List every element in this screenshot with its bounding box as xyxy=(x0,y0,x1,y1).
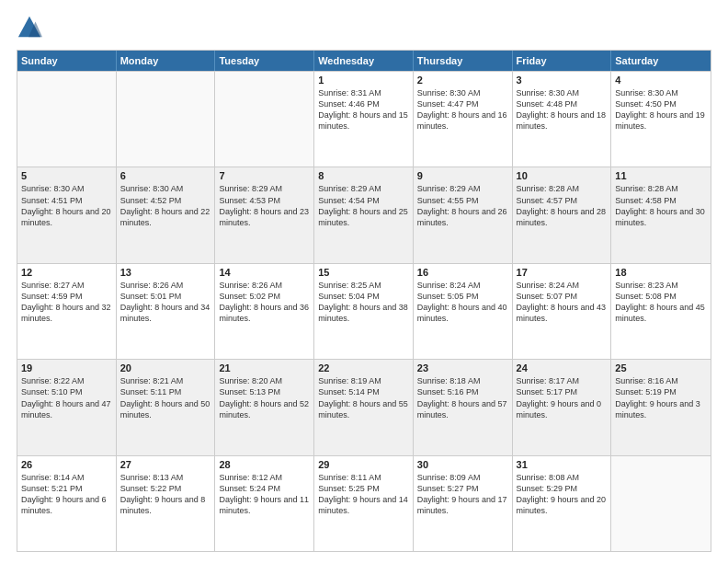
cell-info: Sunrise: 8:25 AM Sunset: 5:04 PM Dayligh… xyxy=(318,280,409,325)
header-day-thursday: Thursday xyxy=(414,51,513,71)
calendar-header: SundayMondayTuesdayWednesdayThursdayFrid… xyxy=(17,51,711,71)
calendar-cell: 22Sunrise: 8:19 AM Sunset: 5:14 PM Dayli… xyxy=(314,360,414,454)
calendar-cell: 3Sunrise: 8:30 AM Sunset: 4:48 PM Daylig… xyxy=(513,72,612,167)
day-number: 5 xyxy=(21,170,112,181)
calendar-cell: 10Sunrise: 8:28 AM Sunset: 4:57 PM Dayli… xyxy=(513,167,612,262)
calendar-cell xyxy=(611,456,711,551)
day-number: 30 xyxy=(417,459,508,470)
day-number: 19 xyxy=(21,362,112,373)
cell-info: Sunrise: 8:18 AM Sunset: 5:16 PM Dayligh… xyxy=(417,375,508,420)
day-number: 14 xyxy=(219,267,310,278)
calendar-week-2: 5Sunrise: 8:30 AM Sunset: 4:51 PM Daylig… xyxy=(17,167,711,262)
calendar-cell: 16Sunrise: 8:24 AM Sunset: 5:05 PM Dayli… xyxy=(414,264,513,359)
calendar-cell: 7Sunrise: 8:29 AM Sunset: 4:53 PM Daylig… xyxy=(215,167,314,262)
cell-info: Sunrise: 8:08 AM Sunset: 5:29 PM Dayligh… xyxy=(517,472,608,517)
day-number: 27 xyxy=(120,459,211,470)
day-number: 29 xyxy=(318,459,409,470)
cell-info: Sunrise: 8:30 AM Sunset: 4:51 PM Dayligh… xyxy=(21,183,112,228)
cell-info: Sunrise: 8:27 AM Sunset: 4:59 PM Dayligh… xyxy=(21,280,112,325)
day-number: 28 xyxy=(219,459,310,470)
cell-info: Sunrise: 8:21 AM Sunset: 5:11 PM Dayligh… xyxy=(120,375,211,420)
day-number: 12 xyxy=(21,267,112,278)
calendar: SundayMondayTuesdayWednesdayThursdayFrid… xyxy=(17,50,711,552)
day-number: 1 xyxy=(318,75,409,86)
cell-info: Sunrise: 8:29 AM Sunset: 4:53 PM Dayligh… xyxy=(219,183,310,228)
cell-info: Sunrise: 8:20 AM Sunset: 5:13 PM Dayligh… xyxy=(219,375,310,420)
calendar-cell: 2Sunrise: 8:30 AM Sunset: 4:47 PM Daylig… xyxy=(414,72,513,167)
day-number: 21 xyxy=(219,362,310,373)
cell-info: Sunrise: 8:29 AM Sunset: 4:54 PM Dayligh… xyxy=(318,183,409,228)
calendar-cell: 4Sunrise: 8:30 AM Sunset: 4:50 PM Daylig… xyxy=(611,72,711,167)
calendar-cell: 8Sunrise: 8:29 AM Sunset: 4:54 PM Daylig… xyxy=(314,167,414,262)
cell-info: Sunrise: 8:26 AM Sunset: 5:02 PM Dayligh… xyxy=(219,280,310,325)
calendar-cell: 27Sunrise: 8:13 AM Sunset: 5:22 PM Dayli… xyxy=(117,456,216,551)
calendar-cell: 18Sunrise: 8:23 AM Sunset: 5:08 PM Dayli… xyxy=(611,264,711,359)
calendar-cell: 13Sunrise: 8:26 AM Sunset: 5:01 PM Dayli… xyxy=(117,264,216,359)
cell-info: Sunrise: 8:26 AM Sunset: 5:01 PM Dayligh… xyxy=(120,280,211,325)
day-number: 7 xyxy=(219,170,310,181)
cell-info: Sunrise: 8:12 AM Sunset: 5:24 PM Dayligh… xyxy=(219,472,310,517)
day-number: 22 xyxy=(318,362,409,373)
day-number: 24 xyxy=(517,362,608,373)
header-day-sunday: Sunday xyxy=(17,51,117,71)
cell-info: Sunrise: 8:24 AM Sunset: 5:05 PM Dayligh… xyxy=(417,280,508,325)
cell-info: Sunrise: 8:19 AM Sunset: 5:14 PM Dayligh… xyxy=(318,375,409,420)
logo-icon xyxy=(17,15,42,40)
cell-info: Sunrise: 8:23 AM Sunset: 5:08 PM Dayligh… xyxy=(615,280,707,325)
header-day-friday: Friday xyxy=(513,51,612,71)
calendar-cell: 1Sunrise: 8:31 AM Sunset: 4:46 PM Daylig… xyxy=(314,72,414,167)
calendar-week-1: 1Sunrise: 8:31 AM Sunset: 4:46 PM Daylig… xyxy=(17,71,711,167)
calendar-cell: 12Sunrise: 8:27 AM Sunset: 4:59 PM Dayli… xyxy=(17,264,117,359)
day-number: 2 xyxy=(417,75,508,86)
calendar-body: 1Sunrise: 8:31 AM Sunset: 4:46 PM Daylig… xyxy=(17,71,711,551)
day-number: 13 xyxy=(120,267,211,278)
calendar-cell: 11Sunrise: 8:28 AM Sunset: 4:58 PM Dayli… xyxy=(611,167,711,262)
calendar-cell: 26Sunrise: 8:14 AM Sunset: 5:21 PM Dayli… xyxy=(17,456,117,551)
day-number: 6 xyxy=(120,170,211,181)
calendar-cell: 28Sunrise: 8:12 AM Sunset: 5:24 PM Dayli… xyxy=(215,456,314,551)
cell-info: Sunrise: 8:22 AM Sunset: 5:10 PM Dayligh… xyxy=(21,375,112,420)
day-number: 10 xyxy=(517,170,608,181)
day-number: 3 xyxy=(517,75,608,86)
page: SundayMondayTuesdayWednesdayThursdayFrid… xyxy=(0,0,728,563)
header xyxy=(17,15,711,40)
cell-info: Sunrise: 8:30 AM Sunset: 4:47 PM Dayligh… xyxy=(417,87,508,132)
cell-info: Sunrise: 8:13 AM Sunset: 5:22 PM Dayligh… xyxy=(120,472,211,517)
cell-info: Sunrise: 8:17 AM Sunset: 5:17 PM Dayligh… xyxy=(517,375,608,420)
calendar-cell: 17Sunrise: 8:24 AM Sunset: 5:07 PM Dayli… xyxy=(513,264,612,359)
calendar-cell xyxy=(215,72,314,167)
day-number: 18 xyxy=(615,267,707,278)
day-number: 26 xyxy=(21,459,112,470)
calendar-cell: 21Sunrise: 8:20 AM Sunset: 5:13 PM Dayli… xyxy=(215,360,314,454)
day-number: 16 xyxy=(417,267,508,278)
calendar-week-4: 19Sunrise: 8:22 AM Sunset: 5:10 PM Dayli… xyxy=(17,359,711,454)
cell-info: Sunrise: 8:29 AM Sunset: 4:55 PM Dayligh… xyxy=(417,183,508,228)
cell-info: Sunrise: 8:16 AM Sunset: 5:19 PM Dayligh… xyxy=(615,375,707,420)
calendar-cell: 6Sunrise: 8:30 AM Sunset: 4:52 PM Daylig… xyxy=(117,167,216,262)
header-day-saturday: Saturday xyxy=(611,51,711,71)
logo xyxy=(17,15,44,40)
cell-info: Sunrise: 8:30 AM Sunset: 4:48 PM Dayligh… xyxy=(517,87,608,132)
cell-info: Sunrise: 8:14 AM Sunset: 5:21 PM Dayligh… xyxy=(21,472,112,517)
calendar-cell xyxy=(117,72,216,167)
calendar-cell: 15Sunrise: 8:25 AM Sunset: 5:04 PM Dayli… xyxy=(314,264,414,359)
day-number: 25 xyxy=(615,362,707,373)
day-number: 4 xyxy=(615,75,707,86)
cell-info: Sunrise: 8:30 AM Sunset: 4:52 PM Dayligh… xyxy=(120,183,211,228)
calendar-cell: 20Sunrise: 8:21 AM Sunset: 5:11 PM Dayli… xyxy=(117,360,216,454)
cell-info: Sunrise: 8:28 AM Sunset: 4:57 PM Dayligh… xyxy=(517,183,608,228)
day-number: 11 xyxy=(615,170,707,181)
header-day-tuesday: Tuesday xyxy=(215,51,314,71)
day-number: 31 xyxy=(517,459,608,470)
calendar-cell: 31Sunrise: 8:08 AM Sunset: 5:29 PM Dayli… xyxy=(513,456,612,551)
calendar-week-3: 12Sunrise: 8:27 AM Sunset: 4:59 PM Dayli… xyxy=(17,263,711,359)
cell-info: Sunrise: 8:11 AM Sunset: 5:25 PM Dayligh… xyxy=(318,472,409,517)
calendar-cell: 14Sunrise: 8:26 AM Sunset: 5:02 PM Dayli… xyxy=(215,264,314,359)
cell-info: Sunrise: 8:09 AM Sunset: 5:27 PM Dayligh… xyxy=(417,472,508,517)
calendar-cell: 5Sunrise: 8:30 AM Sunset: 4:51 PM Daylig… xyxy=(17,167,117,262)
cell-info: Sunrise: 8:31 AM Sunset: 4:46 PM Dayligh… xyxy=(318,87,409,132)
day-number: 15 xyxy=(318,267,409,278)
cell-info: Sunrise: 8:30 AM Sunset: 4:50 PM Dayligh… xyxy=(615,87,707,132)
day-number: 17 xyxy=(517,267,608,278)
day-number: 20 xyxy=(120,362,211,373)
